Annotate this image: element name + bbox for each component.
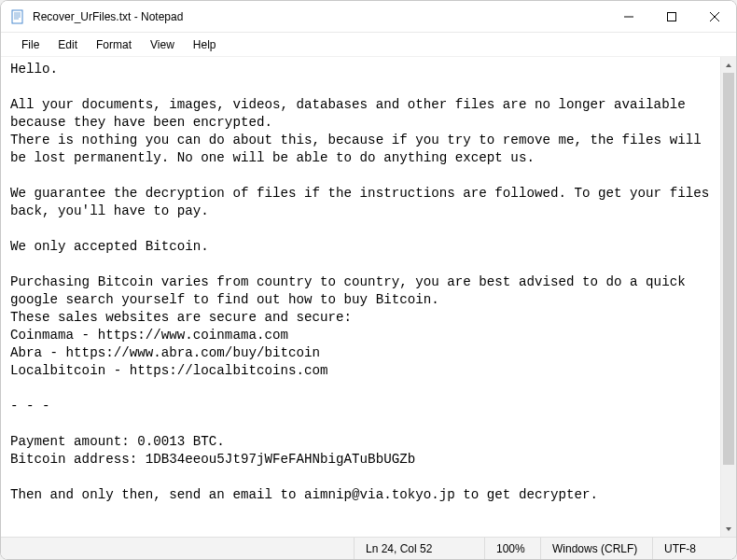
statusbar: Ln 24, Col 52 100% Windows (CRLF) UTF-8: [1, 537, 736, 559]
text-line: [10, 220, 713, 238]
scroll-down-arrow-icon[interactable]: [721, 521, 736, 537]
text-line: Bitcoin address: 1DB34eeou5Jt97jWFeFAHNb…: [10, 451, 713, 469]
maximize-button[interactable]: [650, 1, 693, 32]
menu-edit[interactable]: Edit: [49, 35, 87, 55]
text-line: We only accepted Bitcoin.: [10, 238, 713, 256]
text-line: Hello.: [10, 61, 713, 78]
text-line: Abra - https://www.abra.com/buy/bitcoin: [10, 344, 713, 362]
status-line-ending: Windows (CRLF): [540, 538, 652, 559]
status-encoding: UTF-8: [652, 538, 736, 559]
text-line: [10, 256, 713, 273]
text-line: Payment amount: 0.0013 BTC.: [10, 433, 713, 451]
text-editor[interactable]: Hello. All your documents, images, video…: [1, 57, 720, 537]
text-line: - - -: [10, 398, 713, 415]
text-line: These sales websites are secure and secu…: [10, 309, 713, 327]
status-zoom: 100%: [484, 538, 540, 559]
vertical-scrollbar[interactable]: [720, 57, 736, 537]
menubar: File Edit Format View Help: [1, 33, 736, 57]
status-cursor-position: Ln 24, Col 52: [354, 538, 484, 559]
scroll-up-arrow-icon[interactable]: [721, 57, 736, 73]
text-line: [10, 167, 713, 185]
scrollbar-thumb[interactable]: [723, 73, 734, 465]
window-title: Recover_UrFiles.txt - Notepad: [33, 10, 607, 23]
svg-rect-6: [668, 12, 676, 21]
text-line: [10, 380, 713, 398]
menu-view[interactable]: View: [141, 35, 184, 55]
minimize-button[interactable]: [607, 1, 650, 32]
text-line: [10, 78, 713, 96]
text-line: All your documents, images, videos, data…: [10, 96, 713, 132]
text-line: [10, 522, 713, 537]
text-line: Purchasing Bitcoin varies from country t…: [10, 273, 713, 309]
content-area: Hello. All your documents, images, video…: [1, 57, 736, 537]
text-line: There is nothing you can do about this, …: [10, 132, 713, 167]
menu-help[interactable]: Help: [184, 35, 226, 55]
titlebar[interactable]: Recover_UrFiles.txt - Notepad: [1, 1, 736, 33]
text-line: [10, 469, 713, 486]
text-line: [10, 504, 713, 522]
close-button[interactable]: [693, 1, 736, 32]
notepad-app-icon: [10, 9, 25, 24]
notepad-window: Recover_UrFiles.txt - Notepad File Edit …: [0, 0, 737, 560]
text-line: Coinmama - https://www.coinmama.com: [10, 327, 713, 344]
window-controls: [607, 1, 736, 32]
text-line: Localbitcoin - https://localbitcoins.com: [10, 362, 713, 380]
menu-file[interactable]: File: [12, 35, 49, 55]
text-line: [10, 415, 713, 433]
menu-format[interactable]: Format: [87, 35, 141, 55]
text-line: We guarantee the decryption of files if …: [10, 185, 713, 220]
text-line: Then and only then, send an email to aim…: [10, 486, 713, 504]
